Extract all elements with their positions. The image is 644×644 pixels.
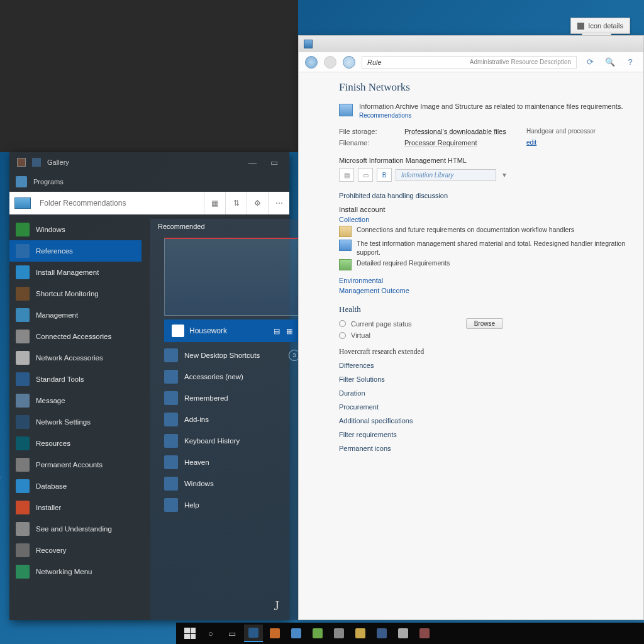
list-item-2[interactable]: Duration [339, 389, 627, 397]
startmenu-title: Gallery [47, 158, 69, 166]
app-item-7[interactable]: Standard Tools [9, 369, 142, 390]
tool-dropdown[interactable]: Information Library [396, 169, 496, 181]
taskbar-app-8[interactable] [394, 625, 413, 642]
app-icon [16, 479, 30, 493]
forward-button[interactable] [324, 56, 336, 69]
tile-row-0[interactable]: New Desktop Shortcuts3 [150, 345, 314, 366]
breadcrumb-2[interactable]: Administrative Resource Description [470, 58, 571, 65]
app-item-2[interactable]: Install Management [9, 262, 142, 283]
search-taskbar-icon[interactable]: ○ [201, 625, 220, 642]
tile-label: Accessories (new) [184, 373, 243, 380]
radio-1[interactable] [339, 320, 346, 327]
tool-button-2[interactable]: ▭ [358, 168, 373, 182]
app-label: Message [36, 397, 65, 404]
app-item-15[interactable]: Recovery [9, 540, 142, 561]
cp-section-accounts: Install account Collection Connections a… [339, 206, 627, 294]
taskbar-app-2[interactable] [265, 625, 284, 642]
app-icon [16, 565, 30, 579]
app-item-8[interactable]: Message [9, 390, 142, 411]
maximize-button[interactable]: ▭ [267, 157, 282, 169]
tool-button-3[interactable]: B [377, 168, 392, 182]
refresh-button[interactable]: ⟳ [583, 55, 597, 69]
user-tab-row[interactable]: Programs [9, 172, 289, 192]
taskbar-app-6[interactable] [351, 625, 370, 642]
address-bar[interactable]: Rule Administrative Resource Description [362, 56, 577, 69]
tile-action-1-icon[interactable]: ▤ [274, 327, 280, 335]
app-label: Database [36, 482, 67, 490]
radio-2[interactable] [339, 332, 346, 339]
browse-button[interactable]: Browse [466, 318, 503, 329]
search-input[interactable] [36, 192, 204, 214]
tile-large-1[interactable] [164, 238, 300, 316]
back-button[interactable] [305, 56, 318, 69]
opt-row-2: Virtual [339, 331, 627, 339]
grid-label-1: Filename: [339, 139, 396, 147]
tool-button-1[interactable]: ▤ [339, 168, 354, 182]
grid-extra-1[interactable]: edit [526, 139, 627, 147]
search-icon[interactable]: 🔍 [603, 55, 617, 69]
app8-icon [398, 628, 408, 638]
app-item-14[interactable]: See and Understanding [9, 518, 142, 540]
breadcrumb-1[interactable]: Rule [367, 58, 382, 66]
cp-intro-link[interactable]: Recommendations [359, 112, 411, 119]
minimize-button[interactable]: — [245, 157, 260, 169]
start-button[interactable] [181, 625, 199, 642]
more-button[interactable]: ⋯ [268, 192, 289, 214]
windows-logo-icon [184, 628, 196, 639]
app-item-1[interactable]: References [9, 240, 142, 262]
list-item-6[interactable]: Permanent icons [339, 445, 627, 452]
app-item-4[interactable]: Management [9, 304, 142, 326]
tile-highlight[interactable]: Housework ▤ ▦ [164, 319, 300, 342]
taskbar-app-9[interactable] [415, 625, 434, 642]
tile-row-1[interactable]: Accessories (new) [150, 366, 314, 387]
env-link[interactable]: Environmental [339, 277, 383, 284]
section-accounts-sublink[interactable]: Collection [339, 216, 627, 223]
taskbar-app-5[interactable] [330, 625, 348, 642]
app-item-10[interactable]: Resources [9, 433, 142, 454]
app-item-16[interactable]: Networking Menu [9, 561, 142, 582]
list-item-3[interactable]: Procurement [339, 403, 627, 411]
taskbar-app-7[interactable] [372, 625, 391, 642]
help-icon[interactable]: ? [623, 55, 637, 69]
app3-icon [291, 628, 301, 638]
tile-row-6[interactable]: Windows [150, 473, 314, 494]
app-item-11[interactable]: Permanent Accounts [9, 454, 142, 475]
app-item-0[interactable]: Windows [9, 219, 142, 240]
up-button[interactable] [343, 56, 355, 69]
tile-row-2[interactable]: Remembered [150, 387, 314, 409]
list-item-5[interactable]: Filter requirements [339, 431, 627, 438]
app-item-5[interactable]: Connected Accessories [9, 326, 142, 347]
app-icon [17, 158, 26, 167]
tile-row-5[interactable]: Heaven [150, 452, 314, 473]
taskbar-app-1[interactable] [244, 625, 263, 642]
taskview-icon[interactable]: ▭ [223, 625, 242, 642]
tooltip-top-right: Icon details [570, 18, 630, 34]
taskbar-app-4[interactable] [308, 625, 327, 642]
list-item-4[interactable]: Additional specifications [339, 417, 627, 425]
app-item-12[interactable]: Database [9, 475, 142, 497]
list-item-0[interactable]: Differences [339, 362, 627, 369]
cp-titlebar[interactable] [299, 36, 643, 52]
app-item-3[interactable]: Shortcut Monitoring [9, 283, 142, 304]
grid-value-1: Processor Requirement [404, 139, 518, 147]
list-item-1[interactable]: Filter Solutions [339, 375, 627, 383]
app-icon [16, 543, 30, 557]
view-toggle-button[interactable]: ▦ [204, 192, 225, 214]
app-icon-2 [32, 158, 41, 167]
chevron-down-icon[interactable]: ▾ [500, 170, 509, 179]
tile-row-4[interactable]: Keyboard History [150, 430, 314, 452]
app-item-9[interactable]: Network Settings [9, 411, 142, 433]
taskbar-app-3[interactable] [287, 625, 306, 642]
mgmt-link[interactable]: Management Outcome [339, 287, 627, 294]
app-icon [16, 394, 30, 408]
tile-row-3[interactable]: Add-ins [150, 409, 314, 430]
grid-icon[interactable]: ▦ [286, 327, 292, 335]
app-item-13[interactable]: Installer [9, 497, 142, 518]
app-label: Install Management [36, 269, 99, 276]
user-avatar-icon [16, 176, 27, 187]
opt-label: Current page status [351, 320, 412, 328]
app-item-6[interactable]: Network Accessories [9, 347, 142, 369]
tile-row-7[interactable]: Help [150, 494, 314, 516]
settings-button[interactable]: ⚙ [247, 192, 268, 214]
sort-button[interactable]: ⇅ [225, 192, 247, 214]
